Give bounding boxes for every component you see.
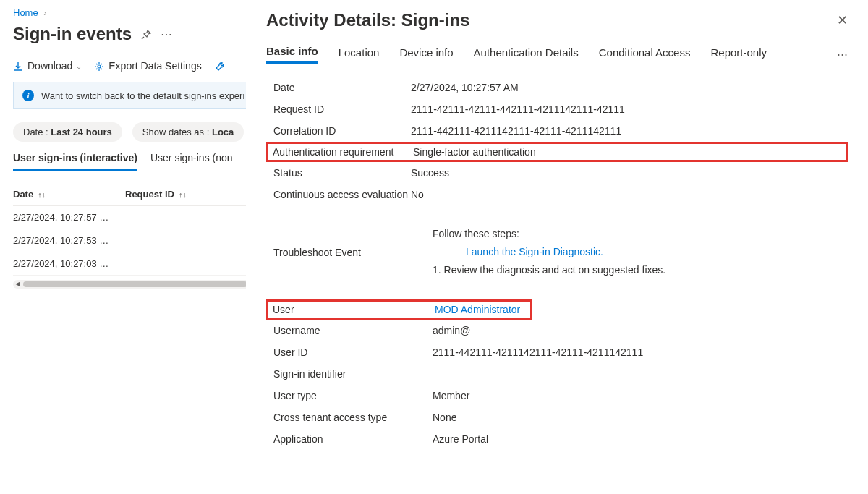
kv-val: No: [411, 189, 848, 200]
tab-auth-details[interactable]: Authentication Details: [474, 46, 579, 63]
kv-key: Date: [273, 82, 411, 93]
more-icon[interactable]: ⋯: [161, 27, 172, 41]
cell-date: 2/27/2024, 10:27:03 …: [13, 258, 125, 269]
chevron-down-icon: ⌵: [77, 62, 81, 70]
wrench-icon: [215, 60, 225, 72]
kv-user: User MOD Administrator: [266, 299, 848, 320]
info-icon: i: [22, 90, 34, 101]
kv-key: Request ID: [273, 103, 411, 115]
sort-icon: ↑↓: [179, 190, 187, 199]
kv-troubleshoot: Troubleshoot Event Follow these steps: L…: [273, 220, 848, 285]
tab-location[interactable]: Location: [339, 46, 380, 63]
kv-val: None: [433, 412, 848, 423]
kv-val: 2/27/2024, 10:27:57 AM: [411, 82, 848, 93]
scroll-thumb[interactable]: [23, 281, 247, 287]
filter-date-value: Last 24 hours: [51, 127, 112, 137]
kv-key: Authentication requirement: [273, 146, 413, 158]
troubleshoot-steps: Follow these steps: Launch the Sign-in D…: [433, 225, 848, 280]
launch-diagnostic-link[interactable]: Launch the Sign-in Diagnostic.: [466, 243, 603, 261]
kv-key: Correlation ID: [273, 125, 411, 137]
tab-conditional-access[interactable]: Conditional Access: [599, 46, 691, 63]
close-icon[interactable]: ✕: [837, 12, 848, 28]
filter-show-label: Show dates as :: [142, 127, 212, 137]
page-title: Sign-in events: [13, 24, 132, 44]
kv-key: Username: [273, 325, 433, 336]
kv-key: Status: [273, 167, 411, 179]
cell-date: 2/27/2024, 10:27:53 …: [13, 235, 125, 246]
scroll-left-icon[interactable]: ◄: [14, 279, 22, 288]
troubleshoot-intro: Follow these steps:: [433, 225, 848, 243]
gear-icon: [94, 60, 104, 72]
tab-device-info[interactable]: Device info: [399, 46, 453, 63]
basic-info-section: Date 2/27/2024, 10:27:57 AM Request ID 2…: [266, 77, 848, 450]
kv-application: Application Azure Portal: [273, 428, 848, 450]
highlight-box: Authentication requirement Single-factor…: [266, 142, 848, 162]
tab-basic-info[interactable]: Basic info: [266, 45, 318, 64]
download-button[interactable]: Download ⌵: [13, 60, 81, 72]
export-label: Export Data Settings: [109, 60, 201, 72]
detail-title: Activity Details: Sign-ins: [266, 10, 469, 30]
filter-date[interactable]: Date : Last 24 hours: [13, 122, 122, 142]
info-banner-text: Want to switch back to the default sign-…: [41, 90, 244, 101]
kv-cae: Continuous access evaluation No: [273, 184, 848, 205]
troubleshoot-step1: 1. Review the diagnosis and act on sugge…: [433, 261, 848, 279]
kv-status: Status Success: [273, 162, 848, 184]
kv-val: Success: [411, 167, 848, 179]
user-link[interactable]: MOD Administrator: [435, 304, 520, 315]
kv-val: 2111-442111-4211142111-42111-4211142111: [433, 346, 848, 358]
col-header-request[interactable]: Request ID ↑↓: [125, 189, 237, 200]
kv-key: User ID: [273, 346, 433, 358]
chevron-right-icon: ›: [43, 7, 46, 18]
svg-point-0: [98, 65, 101, 68]
kv-request-id: Request ID 2111-42111-42111-442111-42111…: [273, 98, 848, 120]
kv-date: Date 2/27/2024, 10:27:57 AM: [273, 77, 848, 98]
filter-show-dates[interactable]: Show dates as : Loca: [132, 122, 244, 142]
kv-signin-identifier: Sign-in identifier: [273, 363, 848, 385]
tab-noninteractive[interactable]: User sign-ins (non: [150, 152, 233, 171]
kv-key: Sign-in identifier: [273, 368, 433, 380]
troubleshoot-button[interactable]: [215, 60, 225, 72]
kv-username: Username admin@: [273, 320, 848, 341]
kv-user-type: User type Member: [273, 385, 848, 406]
kv-val: Single-factor authentication: [413, 146, 536, 158]
tab-report-only[interactable]: Report-only: [710, 46, 767, 63]
col-header-request-label: Request ID: [125, 189, 174, 200]
download-label: Download: [27, 60, 72, 72]
kv-user-id: User ID 2111-442111-4211142111-42111-421…: [273, 341, 848, 363]
col-header-date[interactable]: Date ↑↓: [13, 189, 125, 200]
detail-header: Activity Details: Sign-ins ✕: [266, 10, 848, 30]
pin-icon[interactable]: [140, 27, 152, 41]
kv-key: Continuous access evaluation: [273, 189, 411, 200]
kv-val: 2111-42111-42111-442111-4211142111-42111: [411, 103, 848, 115]
kv-val: admin@: [433, 325, 848, 336]
tab-interactive[interactable]: User sign-ins (interactive): [13, 152, 137, 171]
highlight-box: User MOD Administrator: [266, 299, 532, 320]
filter-show-value: Loca: [212, 127, 234, 137]
more-icon[interactable]: ⋯: [837, 48, 848, 61]
kv-val: Azure Portal: [433, 433, 848, 445]
kv-key: User type: [273, 390, 433, 401]
breadcrumb-home[interactable]: Home: [13, 7, 38, 18]
detail-tabs: Basic info Location Device info Authenti…: [266, 45, 848, 64]
horizontal-scrollbar[interactable]: ◄: [13, 280, 259, 289]
kv-auth-requirement: Authentication requirement Single-factor…: [266, 142, 848, 162]
kv-key: Troubleshoot Event: [273, 247, 433, 258]
download-icon: [13, 60, 23, 72]
kv-cross-tenant: Cross tenant access type None: [273, 406, 848, 428]
kv-key: Cross tenant access type: [273, 412, 433, 423]
cell-date: 2/27/2024, 10:27:57 …: [13, 212, 125, 223]
col-header-date-label: Date: [13, 189, 33, 200]
kv-key: User: [273, 304, 435, 315]
kv-key: Application: [273, 433, 433, 445]
kv-val: Member: [433, 390, 848, 401]
detail-panel: Activity Details: Sign-ins ✕ Basic info …: [246, 0, 868, 494]
sort-icon: ↑↓: [38, 190, 46, 199]
kv-correlation-id: Correlation ID 2111-442111-4211142111-42…: [273, 120, 848, 142]
filter-date-label: Date :: [23, 127, 51, 137]
export-settings-button[interactable]: Export Data Settings: [94, 60, 201, 72]
kv-val: 2111-442111-4211142111-42111-4211142111: [411, 125, 848, 137]
